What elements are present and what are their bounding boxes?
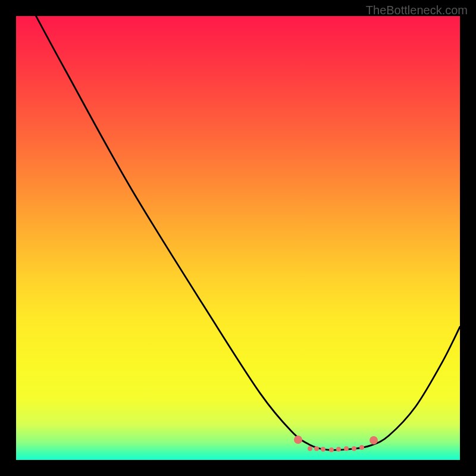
marker-dot [294,436,302,444]
marker-dot [344,446,349,451]
marker-dot [329,447,334,452]
marker-dot [352,446,356,451]
marker-dot [359,445,364,450]
marker-dot [369,436,378,444]
watermark-text: TheBottleneck.com [366,4,468,17]
plot-area [16,16,460,460]
marker-dot [314,446,319,451]
marker-dots-layer [16,16,460,460]
marker-dot [336,447,341,452]
marker-dot [308,446,312,451]
marker-dot [321,447,325,452]
